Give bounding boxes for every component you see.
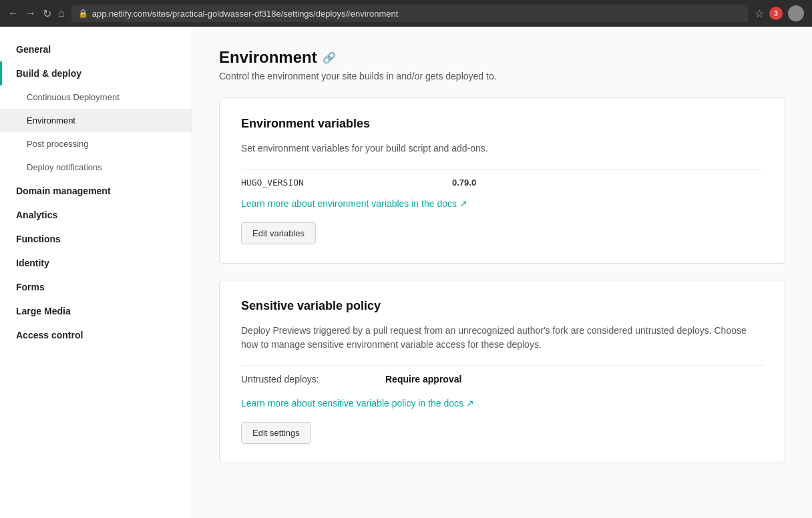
page-subtitle: Control the environment your site builds…: [219, 71, 785, 81]
main-content: Environment 🔗 Control the environment yo…: [192, 27, 812, 518]
env-var-key: HUGO_VERSION: [241, 178, 441, 188]
reload-icon[interactable]: ↻: [43, 7, 51, 20]
env-var-value: 0.79.0: [452, 178, 476, 188]
untrusted-deploys-value: Require approval: [385, 374, 461, 384]
forward-icon[interactable]: →: [25, 7, 36, 19]
page-header: Environment 🔗 Control the environment yo…: [219, 48, 785, 81]
lock-icon: 🔒: [78, 9, 88, 18]
env-variables-description: Set environment variables for your build…: [241, 142, 763, 156]
sidebar-item-general[interactable]: General: [0, 37, 192, 61]
app-layout: General Build & deploy Continuous Deploy…: [0, 27, 812, 518]
back-icon[interactable]: ←: [8, 7, 19, 19]
sidebar-item-access-control[interactable]: Access control: [0, 323, 192, 347]
sensitive-policy-description: Deploy Previews triggered by a pull requ…: [241, 324, 763, 352]
browser-actions: ☆ 3: [755, 5, 804, 21]
notification-badge[interactable]: 3: [769, 7, 783, 20]
sidebar-item-environment[interactable]: Environment: [0, 109, 192, 132]
edit-settings-button[interactable]: Edit settings: [241, 422, 311, 444]
sidebar: General Build & deploy Continuous Deploy…: [0, 27, 192, 518]
sidebar-item-deploy-notifications[interactable]: Deploy notifications: [0, 156, 192, 179]
sidebar-item-identity[interactable]: Identity: [0, 251, 192, 275]
sidebar-item-post-processing[interactable]: Post processing: [0, 132, 192, 156]
edit-variables-button[interactable]: Edit variables: [241, 222, 316, 244]
address-bar[interactable]: 🔒 app.netlify.com/sites/practical-goldwa…: [71, 5, 748, 22]
sensitive-policy-title: Sensitive variable policy: [241, 299, 763, 313]
env-variables-card: Environment variables Set environment va…: [219, 97, 785, 264]
env-variables-docs-link[interactable]: Learn more about environment variables i…: [241, 198, 467, 209]
untrusted-deploys-row: Untrusted deploys: Require approval: [241, 365, 763, 393]
sidebar-item-forms[interactable]: Forms: [0, 275, 192, 299]
star-icon[interactable]: ☆: [755, 7, 764, 20]
env-var-row: HUGO_VERSION 0.79.0: [241, 169, 763, 196]
browser-chrome: ← → ↻ ⌂ 🔒 app.netlify.com/sites/practica…: [0, 0, 812, 27]
sidebar-item-functions[interactable]: Functions: [0, 227, 192, 251]
sensitive-policy-card: Sensitive variable policy Deploy Preview…: [219, 280, 785, 463]
sensitive-policy-docs-link[interactable]: Learn more about sensitive variable poli…: [241, 398, 474, 409]
sidebar-item-large-media[interactable]: Large Media: [0, 299, 192, 323]
user-avatar[interactable]: [788, 5, 804, 21]
url-text: app.netlify.com/sites/practical-goldwass…: [92, 9, 399, 19]
anchor-link-icon[interactable]: 🔗: [323, 51, 336, 64]
sidebar-item-analytics[interactable]: Analytics: [0, 203, 192, 227]
untrusted-deploys-label: Untrusted deploys:: [241, 374, 375, 384]
page-title-row: Environment 🔗: [219, 48, 785, 67]
sidebar-item-build-deploy[interactable]: Build & deploy: [0, 61, 192, 85]
sidebar-item-domain-management[interactable]: Domain management: [0, 179, 192, 203]
env-variables-title: Environment variables: [241, 117, 763, 131]
sidebar-item-continuous-deployment[interactable]: Continuous Deployment: [0, 85, 192, 109]
page-title: Environment: [219, 48, 317, 67]
home-icon[interactable]: ⌂: [58, 7, 65, 19]
